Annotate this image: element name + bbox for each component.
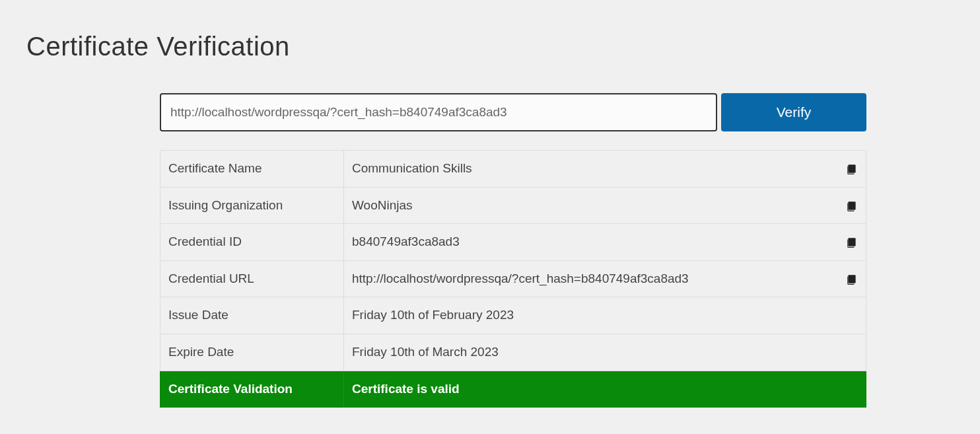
- row-value-cell: b840749af3ca8ad3: [344, 224, 866, 261]
- row-label: Issuing Organization: [160, 187, 344, 224]
- validation-label: Certificate Validation: [160, 371, 344, 408]
- copy-icon[interactable]: [846, 273, 858, 285]
- row-value-cell: Friday 10th of March 2023: [344, 334, 866, 371]
- verify-button[interactable]: Verify: [721, 93, 866, 131]
- table-row: Certificate Name Communication Skills: [160, 151, 866, 188]
- row-label: Credential URL: [160, 260, 344, 297]
- content-area: Verify Certificate Name Communication Sk…: [0, 61, 866, 408]
- row-value: b840749af3ca8ad3: [352, 235, 460, 248]
- page-title: Certificate Verification: [0, 0, 980, 61]
- certificate-table: Certificate Name Communication Skills Is…: [160, 150, 866, 408]
- table-row: Issuing Organization WooNinjas: [160, 187, 866, 224]
- row-label: Credential ID: [160, 224, 344, 261]
- table-row: Issue Date Friday 10th of February 2023: [160, 297, 866, 334]
- row-label: Issue Date: [160, 297, 344, 334]
- row-value-cell: http://localhost/wordpressqa/?cert_hash=…: [344, 260, 866, 297]
- copy-icon[interactable]: [846, 199, 858, 211]
- row-value-cell: Friday 10th of February 2023: [344, 297, 866, 334]
- search-row: Verify: [160, 93, 866, 131]
- validation-row: Certificate Validation Certificate is va…: [160, 371, 866, 408]
- copy-icon[interactable]: [846, 163, 858, 174]
- row-label: Certificate Name: [160, 151, 344, 188]
- table-row: Expire Date Friday 10th of March 2023: [160, 334, 866, 371]
- cert-url-input[interactable]: [160, 93, 717, 131]
- row-value: WooNinjas: [352, 198, 413, 212]
- row-value-cell: WooNinjas: [344, 187, 866, 224]
- table-row: Credential URL http://localhost/wordpres…: [160, 260, 866, 297]
- row-label: Expire Date: [160, 334, 344, 371]
- row-value: Communication Skills: [352, 161, 472, 175]
- validation-value: Certificate is valid: [344, 371, 866, 408]
- row-value: Friday 10th of March 2023: [352, 345, 499, 359]
- row-value: http://localhost/wordpressqa/?cert_hash=…: [352, 271, 689, 285]
- copy-icon[interactable]: [846, 236, 858, 248]
- table-row: Credential ID b840749af3ca8ad3: [160, 224, 866, 261]
- row-value: Friday 10th of February 2023: [352, 308, 514, 322]
- row-value-cell: Communication Skills: [344, 151, 866, 188]
